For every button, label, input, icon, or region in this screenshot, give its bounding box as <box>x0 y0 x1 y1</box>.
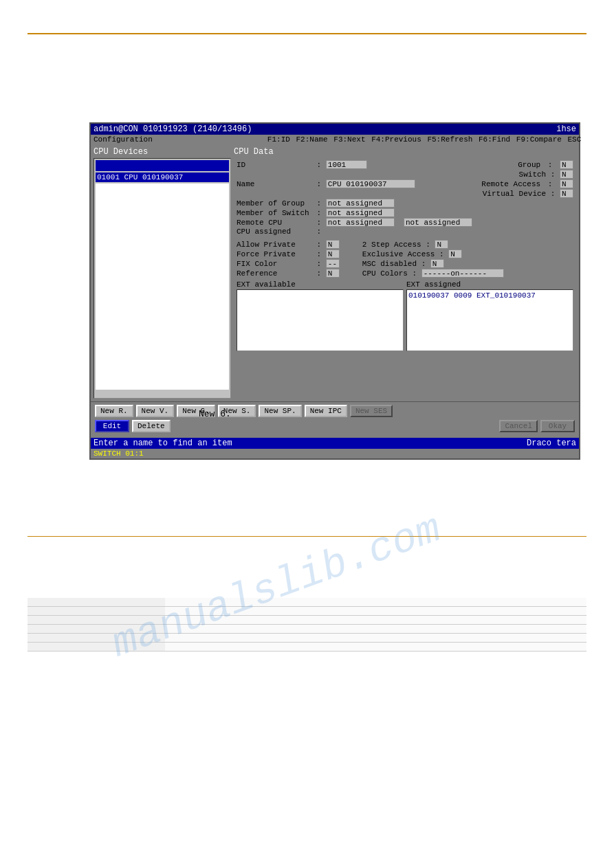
fix-color-label: FIX Color <box>237 260 312 268</box>
okay-button[interactable]: Okay <box>540 420 575 432</box>
ap-colon: : <box>312 241 326 249</box>
new-ipc-button[interactable]: New IPC <box>305 405 347 417</box>
name-row: Name : CPU 010190037 Remote Access : N <box>237 179 573 188</box>
table-cell-col2 <box>165 607 586 616</box>
fp-colon: : <box>312 250 326 258</box>
table-cell-col1 <box>28 616 165 625</box>
cpu-data-title: CPU Data <box>234 147 576 157</box>
virtual-device-colon: : <box>546 190 560 198</box>
member-group-label: Member of Group <box>237 199 312 208</box>
exclusive-access-label: Exclusive Access <box>362 250 435 258</box>
menu-f6[interactable]: F6:Find <box>479 135 510 144</box>
cancel-button[interactable]: Cancel <box>499 420 538 432</box>
title-bar-text: admin@CON 010191923 (2140/13496) <box>94 124 252 134</box>
menu-configuration[interactable]: Configuration <box>94 135 153 144</box>
ext-row: EXT available EXT assigned 010190037 000… <box>237 280 573 351</box>
ext-assigned-title: EXT assigned <box>406 280 573 289</box>
menu-f1[interactable]: F1:ID <box>267 135 290 144</box>
new-ses-button[interactable]: New SES <box>350 405 393 417</box>
ref-colon: : <box>312 269 326 278</box>
menu-f9[interactable]: F9:Compare <box>516 135 562 144</box>
force-private-value[interactable]: N <box>326 249 340 258</box>
name-value[interactable]: CPU 010190037 <box>326 179 415 188</box>
fix-color-value[interactable]: -- <box>326 259 340 268</box>
table-cell-col1 <box>28 625 165 634</box>
force-private-row: Force Private : N Exclusive Access : N <box>237 249 573 258</box>
new-v-button[interactable]: New V. <box>136 405 175 417</box>
right-panel: CPU Data ID : 1001 Group : N Switch <box>234 147 576 399</box>
name-colon: : <box>312 180 326 188</box>
id-value[interactable]: 1001 <box>326 160 367 169</box>
top-decorative-line <box>28 33 586 34</box>
fields-container: ID : 1001 Group : N Switch : N <box>234 158 576 353</box>
member-group-value[interactable]: not assigned <box>326 199 395 208</box>
table-cell-col1 <box>28 634 165 643</box>
two-step-value[interactable]: N <box>435 240 448 249</box>
terminal-window: admin@CON 010191923 (2140/13496) ihse Co… <box>89 122 580 460</box>
group-colon: : <box>543 161 557 169</box>
new-sp-button[interactable]: New SP. <box>259 405 301 417</box>
device-list-empty <box>96 183 229 390</box>
remote-access-right: Remote Access : N <box>481 179 573 188</box>
table-cell-col2 <box>165 598 586 607</box>
ext-available-box: EXT available <box>237 280 404 351</box>
device-list[interactable]: 01001 CPU 010190037 <box>94 158 231 399</box>
menu-f5[interactable]: F5:Refresh <box>427 135 472 144</box>
remote-access-label: Remote Access <box>481 180 540 188</box>
msc-disabled-value[interactable]: N <box>430 259 444 268</box>
msc-disabled-label: MSC disabled <box>362 260 417 268</box>
new-r-button[interactable]: New R. <box>95 405 133 417</box>
buttons-area: New R. New V. New G. New S. New SP. New … <box>91 401 579 438</box>
ca-colon: : <box>312 227 326 236</box>
member-switch-value[interactable]: not assigned <box>326 208 395 217</box>
title-bar: admin@CON 010191923 (2140/13496) ihse <box>91 124 579 135</box>
ext-assigned-content[interactable]: 010190037 0009 EXT_010190037 <box>406 289 573 351</box>
cpu-colors-label: CPU Colors <box>362 269 408 278</box>
virtual-device-value[interactable]: N <box>560 189 573 198</box>
menu-esc[interactable]: ESC <box>567 135 581 144</box>
table-cell-col2 <box>165 634 586 643</box>
ext-available-title: EXT available <box>237 280 404 289</box>
fix-color-row: FIX Color : -- MSC disabled : N <box>237 259 573 268</box>
remote-cpu-value[interactable]: not assigned <box>326 218 395 227</box>
table-row <box>28 634 586 643</box>
switch-label-bar: SWITCH 01:1 <box>94 449 144 458</box>
reference-value[interactable]: N <box>326 269 340 278</box>
title-bar-right: ihse <box>556 124 576 134</box>
allow-private-value[interactable]: N <box>326 240 340 249</box>
menu-f4[interactable]: F4:Previous <box>371 135 421 144</box>
left-panel: CPU Devices 01001 CPU 010190037 <box>94 147 231 399</box>
exclusive-access-value[interactable]: N <box>448 249 462 258</box>
button-row-2: Edit Delete Cancel Okay <box>95 420 575 432</box>
data-table <box>28 598 586 652</box>
allow-private-row: Allow Private : N 2 Step Access : N <box>237 240 573 249</box>
delete-button[interactable]: Delete <box>132 420 171 432</box>
cpu-devices-title: CPU Devices <box>94 147 231 157</box>
edit-button[interactable]: Edit <box>95 420 129 432</box>
selected-bar <box>96 160 229 171</box>
device-item-1[interactable]: 01001 CPU 010190037 <box>96 173 229 182</box>
rc-colon: : <box>312 219 326 227</box>
status-left: Enter a name to find an item <box>94 438 232 448</box>
md-colon: : <box>417 260 430 268</box>
switch-bar: SWITCH 01:1 <box>91 449 579 458</box>
remote-access-colon: : <box>543 180 557 188</box>
member-switch-row: Member of Switch : not assigned <box>237 208 573 217</box>
bottom-decorative-line <box>28 536 586 537</box>
id-colon: : <box>312 161 326 169</box>
ext-available-content[interactable] <box>237 289 404 351</box>
table-cell-col1 <box>28 643 165 652</box>
remote-cpu-value2[interactable]: not assigned <box>404 218 472 227</box>
menu-f2[interactable]: F2:Name <box>296 135 327 144</box>
status-bar: Enter a name to find an item Draco tera <box>91 438 579 449</box>
table-row <box>28 616 586 625</box>
group-value[interactable]: N <box>560 160 573 169</box>
menu-f3[interactable]: F3:Next <box>333 135 365 144</box>
force-private-label: Force Private <box>237 250 312 258</box>
name-label: Name <box>237 180 312 188</box>
cpu-colors-value[interactable]: ------on------ <box>421 269 504 278</box>
cpu-assigned-label: CPU assigned <box>237 227 312 236</box>
switch-value[interactable]: N <box>560 170 573 179</box>
remote-access-value[interactable]: N <box>560 179 573 188</box>
table-row <box>28 625 586 634</box>
